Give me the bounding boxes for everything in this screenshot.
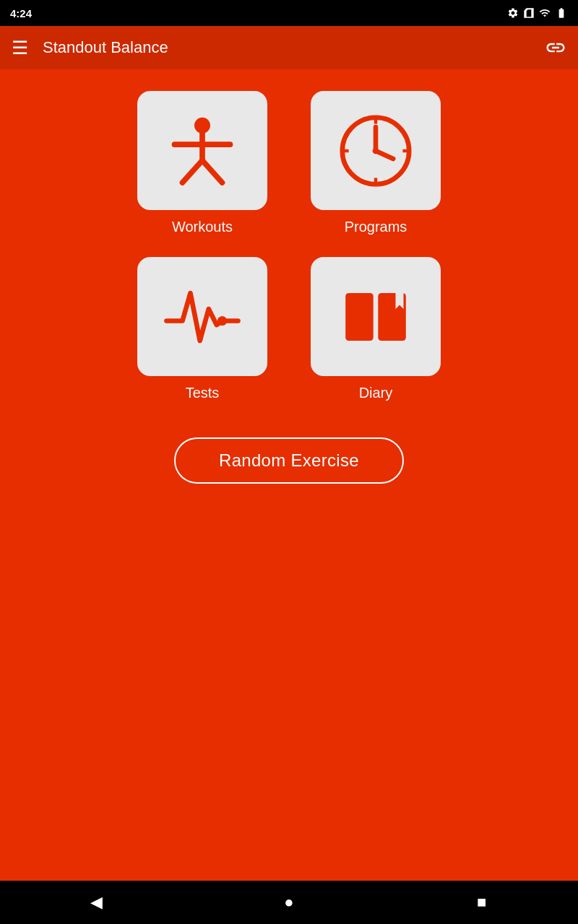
svg-line-4 [202, 160, 223, 183]
settings-icon [507, 7, 519, 19]
svg-line-3 [183, 160, 203, 183]
workouts-card-item[interactable]: Workouts [137, 91, 267, 235]
diary-card-item[interactable]: Diary [311, 257, 441, 401]
main-content: Workouts [0, 69, 578, 881]
programs-card-box [311, 91, 441, 210]
svg-point-13 [217, 315, 227, 325]
tests-card-item[interactable]: Tests [137, 257, 267, 401]
bottom-nav-bar: ◀ ● ■ [0, 881, 578, 924]
workouts-card-box [137, 91, 267, 210]
link-icon[interactable] [545, 37, 566, 58]
recent-button[interactable]: ■ [460, 888, 504, 917]
status-bar: 4:24 [0, 0, 578, 26]
pulse-icon [163, 277, 242, 357]
status-icons [507, 7, 568, 19]
svg-point-8 [373, 147, 379, 154]
diary-card-box [311, 257, 441, 376]
diary-label: Diary [359, 385, 393, 401]
person-icon [163, 111, 242, 191]
sim-icon [523, 7, 535, 19]
random-exercise-button[interactable]: Random Exercise [174, 437, 404, 484]
tests-card-box [137, 257, 267, 376]
book-icon [336, 277, 415, 357]
cards-grid: Workouts [137, 91, 441, 401]
programs-card-item[interactable]: Programs [311, 91, 441, 235]
clock-icon [336, 111, 415, 191]
back-button[interactable]: ◀ [74, 888, 118, 917]
app-title: Standout Balance [43, 38, 545, 57]
app-bar: ☰ Standout Balance [0, 26, 578, 69]
battery-icon [555, 7, 568, 19]
workouts-label: Workouts [172, 219, 233, 235]
svg-rect-14 [345, 293, 374, 341]
programs-label: Programs [345, 219, 407, 235]
tests-label: Tests [186, 385, 220, 401]
signal-icon [539, 7, 551, 19]
status-time: 4:24 [10, 7, 32, 19]
menu-button[interactable]: ☰ [12, 37, 28, 59]
home-button[interactable]: ● [267, 888, 311, 917]
